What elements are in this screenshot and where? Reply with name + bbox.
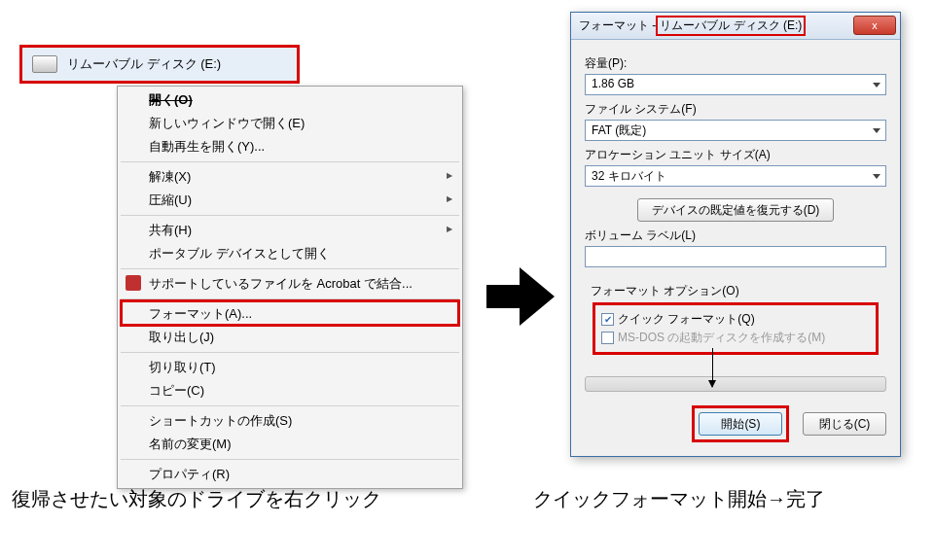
dialog-title-prefix: フォーマット - bbox=[579, 18, 656, 34]
volume-label-label: ボリューム ラベル(L) bbox=[585, 228, 886, 244]
drive-entry[interactable]: リムーバブル ディスク (E:) bbox=[19, 45, 300, 84]
menu-separator bbox=[121, 352, 459, 353]
msdos-boot-checkbox: ✔ MS-DOS の起動ディスクを作成する(M) bbox=[601, 330, 870, 346]
menu-separator bbox=[121, 459, 459, 460]
menu-acrobat-combine[interactable]: サポートしているファイルを Acrobat で結合... bbox=[120, 272, 460, 296]
close-button[interactable]: 閉じる(C) bbox=[803, 412, 886, 436]
volume-label-input[interactable] bbox=[585, 246, 886, 267]
menu-autoplay[interactable]: 自動再生を開く(Y)... bbox=[120, 135, 460, 158]
menu-compress[interactable]: 圧縮(U) bbox=[120, 189, 460, 212]
menu-format[interactable]: フォーマット(A)... bbox=[120, 302, 460, 326]
start-button[interactable]: 開始(S) bbox=[699, 412, 782, 436]
menu-separator bbox=[121, 215, 459, 216]
alloc-label: アロケーション ユニット サイズ(A) bbox=[585, 147, 886, 163]
quick-format-label: クイック フォーマット(Q) bbox=[618, 311, 755, 328]
capacity-label: 容量(P): bbox=[585, 55, 886, 72]
msdos-boot-label: MS-DOS の起動ディスクを作成する(M) bbox=[618, 330, 825, 346]
highlight-start: 開始(S) bbox=[692, 405, 789, 442]
format-dialog: フォーマット - リムーバブル ディスク (E:) x 容量(P): 1.86 … bbox=[570, 12, 901, 457]
menu-separator bbox=[121, 405, 459, 406]
menu-open[interactable]: 開く(O) bbox=[120, 88, 460, 112]
filesystem-combo[interactable]: FAT (既定) bbox=[585, 120, 886, 141]
menu-eject[interactable]: 取り出し(J) bbox=[120, 326, 460, 349]
acrobat-icon bbox=[126, 275, 141, 291]
checkbox-checked-icon: ✔ bbox=[601, 313, 614, 326]
dialog-title-drive: リムーバブル ディスク (E:) bbox=[656, 16, 806, 36]
window-close-button[interactable]: x bbox=[853, 16, 896, 35]
context-menu: 開く(O) 新しいウィンドウで開く(E) 自動再生を開く(Y)... 解凍(X)… bbox=[117, 86, 463, 489]
arrow-right-icon bbox=[486, 267, 555, 326]
menu-share[interactable]: 共有(H) bbox=[120, 219, 460, 242]
arrow-down-icon bbox=[712, 348, 713, 387]
filesystem-label: ファイル システム(F) bbox=[585, 101, 886, 118]
menu-properties[interactable]: プロパティ(R) bbox=[120, 463, 460, 486]
menu-open-new-window[interactable]: 新しいウィンドウで開く(E) bbox=[120, 112, 460, 135]
restore-defaults-button[interactable]: デバイスの既定値を復元する(D) bbox=[637, 198, 835, 222]
menu-create-shortcut[interactable]: ショートカットの作成(S) bbox=[120, 409, 460, 433]
menu-cut[interactable]: 切り取り(T) bbox=[120, 356, 460, 379]
removable-disk-icon bbox=[32, 55, 57, 73]
caption-left: 復帰させたい対象のドライブを右クリック bbox=[12, 486, 381, 512]
menu-unfreeze[interactable]: 解凍(X) bbox=[120, 165, 460, 189]
menu-separator bbox=[121, 161, 459, 162]
dialog-titlebar[interactable]: フォーマット - リムーバブル ディスク (E:) x bbox=[571, 13, 900, 40]
capacity-combo[interactable]: 1.86 GB bbox=[585, 74, 886, 95]
menu-separator bbox=[121, 268, 459, 269]
menu-copy[interactable]: コピー(C) bbox=[120, 379, 460, 402]
highlight-quick-format: ✔ クイック フォーマット(Q) ✔ MS-DOS の起動ディスクを作成する(M… bbox=[593, 302, 879, 355]
drive-label: リムーバブル ディスク (E:) bbox=[67, 55, 221, 73]
menu-open-as-portable[interactable]: ポータブル デバイスとして開く bbox=[120, 242, 460, 265]
format-options-label: フォーマット オプション(O) bbox=[591, 283, 879, 299]
caption-right: クイックフォーマット開始→完了 bbox=[533, 486, 825, 512]
menu-acrobat-label: サポートしているファイルを Acrobat で結合... bbox=[149, 276, 413, 291]
menu-rename[interactable]: 名前の変更(M) bbox=[120, 433, 460, 456]
menu-separator bbox=[121, 298, 459, 299]
alloc-combo[interactable]: 32 キロバイト bbox=[585, 165, 886, 187]
progress-bar bbox=[585, 376, 886, 392]
checkbox-unchecked-icon: ✔ bbox=[601, 332, 614, 344]
quick-format-checkbox[interactable]: ✔ クイック フォーマット(Q) bbox=[601, 311, 870, 328]
